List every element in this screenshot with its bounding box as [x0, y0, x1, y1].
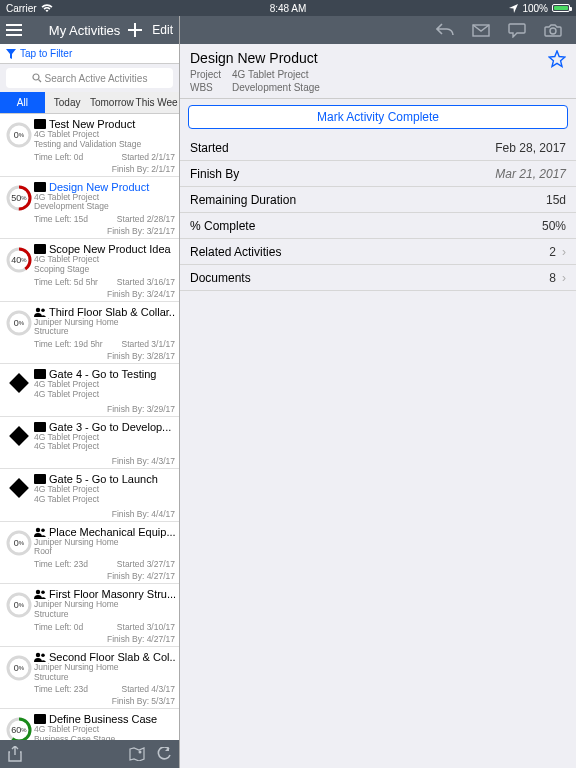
detail-row[interactable]: Related Activities2›: [180, 239, 576, 265]
list-item[interactable]: 0%Place Mechanical Equip...Juniper Nursi…: [0, 522, 179, 585]
list-item[interactable]: 0%Test New Product4G Tablet ProjectTesti…: [0, 114, 179, 177]
list-item[interactable]: 0%Third Floor Slab & Collar...Juniper Nu…: [0, 302, 179, 365]
detail-row: StartedFeb 28, 2017: [180, 135, 576, 161]
menu-icon[interactable]: [6, 24, 22, 36]
battery-icon: [552, 4, 570, 12]
milestone-icon: [9, 478, 29, 498]
tab-tomorrow[interactable]: Tomorrow: [90, 92, 135, 113]
block-icon: [34, 474, 46, 484]
progress-gauge: 60%: [6, 717, 32, 740]
finish-by-label: Finish By: 4/27/17: [107, 571, 175, 581]
finish-by-label: Finish By: 3/24/17: [107, 289, 175, 299]
activity-sub2: Structure: [34, 327, 175, 337]
finish-by-label: Finish By: 4/3/17: [112, 456, 175, 466]
detail-value: 15d: [546, 193, 566, 207]
milestone-icon: [9, 373, 29, 393]
share-icon[interactable]: [8, 746, 22, 762]
tab-all[interactable]: All: [0, 92, 45, 113]
wbs-key: WBS: [190, 81, 232, 94]
svg-point-21: [36, 653, 40, 657]
activity-sub2: Testing and Validation Stage: [34, 140, 175, 150]
list-item[interactable]: Gate 3 - Go to Develop...4G Tablet Proje…: [0, 417, 179, 470]
tab-today[interactable]: Today: [45, 92, 90, 113]
project-value: 4G Tablet Project: [232, 68, 309, 81]
detail-row[interactable]: Documents8›: [180, 265, 576, 291]
finish-by-label: Finish By: 3/21/17: [107, 226, 175, 236]
comment-icon[interactable]: [508, 23, 526, 38]
detail-row: Finish ByMar 21, 2017: [180, 161, 576, 187]
search-input[interactable]: Search Active Activities: [6, 68, 173, 88]
left-nav: My Activities Edit: [0, 16, 179, 44]
detail-key: % Complete: [190, 219, 255, 233]
svg-point-13: [36, 528, 40, 532]
bottom-toolbar: [0, 740, 179, 768]
time-left: Time Left: 15d: [34, 214, 88, 224]
detail-row: Remaining Duration15d: [180, 187, 576, 213]
progress-gauge: 0%: [6, 122, 32, 148]
list-item[interactable]: Gate 4 - Go to Testing4G Tablet Project4…: [0, 364, 179, 417]
detail-key: Finish By: [190, 167, 239, 181]
activity-name: Place Mechanical Equip...: [49, 526, 175, 538]
started-label: Started 2/1/17: [122, 152, 175, 162]
progress-gauge: 0%: [6, 592, 32, 618]
finish-by-label: Finish By: 5/3/17: [112, 696, 175, 706]
map-icon[interactable]: [129, 747, 145, 761]
person-icon: [34, 527, 46, 537]
list-item[interactable]: 40%Scope New Product Idea4G Tablet Proje…: [0, 239, 179, 302]
svg-point-31: [550, 28, 556, 34]
svg-point-29: [139, 751, 142, 754]
person-icon: [34, 652, 46, 662]
list-item[interactable]: Gate 5 - Go to Launch4G Tablet Project4G…: [0, 469, 179, 522]
detail-value: 2: [549, 245, 556, 259]
edit-button[interactable]: Edit: [152, 23, 173, 37]
chevron-right-icon: ›: [562, 245, 566, 259]
camera-icon[interactable]: [544, 23, 562, 37]
svg-point-0: [33, 74, 39, 80]
progress-gauge: 0%: [6, 310, 32, 336]
reply-icon[interactable]: [436, 23, 454, 37]
detail-value: 8: [549, 271, 556, 285]
block-icon: [34, 714, 46, 724]
refresh-icon[interactable]: [157, 747, 171, 761]
detail-row: % Complete50%: [180, 213, 576, 239]
time-left: Time Left: 19d 5hr: [34, 339, 103, 349]
star-icon[interactable]: [548, 50, 566, 68]
search-icon: [32, 73, 42, 83]
funnel-icon: [6, 49, 16, 59]
block-icon: [34, 182, 46, 192]
detail-key: Started: [190, 141, 229, 155]
block-icon: [34, 244, 46, 254]
activity-sub2: Structure: [34, 610, 175, 620]
detail-value: Mar 21, 2017: [495, 167, 566, 181]
svg-point-17: [36, 590, 40, 594]
detail-value: Feb 28, 2017: [495, 141, 566, 155]
mail-icon[interactable]: [472, 24, 490, 37]
detail-key: Remaining Duration: [190, 193, 296, 207]
block-icon: [34, 422, 46, 432]
progress-gauge: 0%: [6, 655, 32, 681]
clock-label: 8:48 AM: [0, 3, 576, 14]
filter-button[interactable]: Tap to Filter: [0, 44, 179, 64]
list-item[interactable]: 0%First Floor Masonry Stru...Juniper Nur…: [0, 584, 179, 647]
list-item[interactable]: 60%Define Business Case4G Tablet Project…: [0, 709, 179, 740]
started-label: Started 2/28/17: [117, 214, 175, 224]
finish-by-label: Finish By: 2/1/17: [112, 164, 175, 174]
activity-sub2: Scoping Stage: [34, 265, 175, 275]
tab-this-wee[interactable]: This Wee: [134, 92, 179, 113]
add-icon[interactable]: [128, 23, 142, 37]
started-label: Started 3/10/17: [117, 622, 175, 632]
detail-key: Documents: [190, 271, 251, 285]
mark-complete-button[interactable]: Mark Activity Complete: [188, 105, 568, 129]
person-icon: [34, 589, 46, 599]
activity-sub2: 4G Tablet Project: [34, 495, 175, 505]
started-label: Started 3/1/17: [122, 339, 175, 349]
activity-list[interactable]: 0%Test New Product4G Tablet ProjectTesti…: [0, 114, 179, 740]
progress-gauge: 0%: [6, 530, 32, 556]
list-item[interactable]: 50%Design New Product4G Tablet ProjectDe…: [0, 177, 179, 240]
activity-sub2: 4G Tablet Project: [34, 390, 175, 400]
finish-by-label: Finish By: 4/27/17: [107, 634, 175, 644]
list-item[interactable]: 0%Second Floor Slab & Col...Juniper Nurs…: [0, 647, 179, 710]
activity-sub1: Juniper Nursing Home: [34, 538, 175, 548]
detail-value: 50%: [542, 219, 566, 233]
status-bar: Carrier 8:48 AM 100%: [0, 0, 576, 16]
